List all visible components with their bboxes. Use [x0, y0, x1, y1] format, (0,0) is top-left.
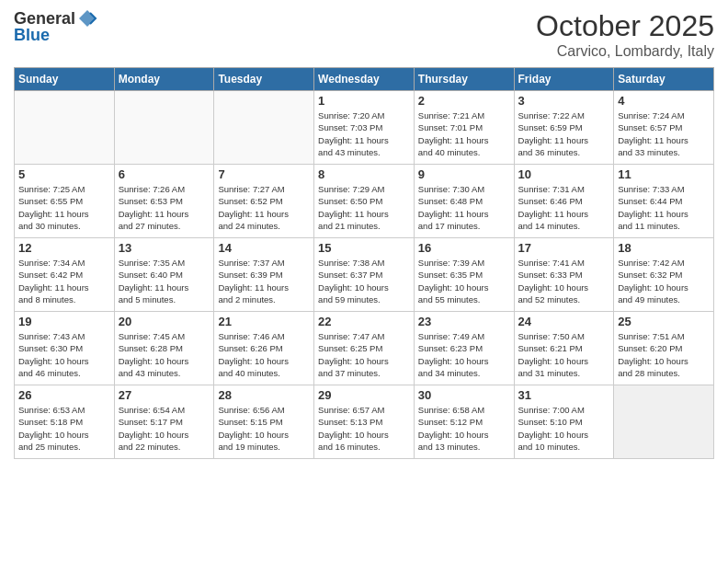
- day-number: 24: [518, 315, 610, 328]
- day-number: 12: [18, 241, 110, 255]
- day-number: 6: [119, 167, 210, 181]
- day-info: Sunrise: 7:46 AMSunset: 6:26 PMDaylight:…: [218, 330, 310, 379]
- calendar-cell: 16Sunrise: 7:39 AMSunset: 6:35 PMDayligh…: [414, 238, 514, 312]
- day-info: Sunrise: 7:33 AMSunset: 6:44 PMDaylight:…: [618, 183, 710, 232]
- weekday-header-tuesday: Tuesday: [214, 68, 314, 91]
- page-container: General Blue October 2025 Carvico, Lomba…: [0, 0, 728, 468]
- day-number: 11: [618, 167, 710, 181]
- day-info: Sunrise: 7:47 AMSunset: 6:25 PMDaylight:…: [318, 330, 410, 379]
- day-info: Sunrise: 7:26 AMSunset: 6:53 PMDaylight:…: [119, 183, 210, 232]
- calendar-cell: 19Sunrise: 7:43 AMSunset: 6:30 PMDayligh…: [15, 312, 115, 385]
- calendar-cell: 18Sunrise: 7:42 AMSunset: 6:32 PMDayligh…: [614, 238, 714, 312]
- calendar-cell: 17Sunrise: 7:41 AMSunset: 6:33 PMDayligh…: [514, 238, 614, 312]
- day-number: 31: [518, 388, 610, 402]
- header: General Blue October 2025 Carvico, Lomba…: [14, 9, 714, 60]
- calendar-cell: 21Sunrise: 7:46 AMSunset: 6:26 PMDayligh…: [214, 312, 314, 385]
- day-info: Sunrise: 6:58 AMSunset: 5:12 PMDaylight:…: [418, 404, 510, 453]
- calendar-cell: 23Sunrise: 7:49 AMSunset: 6:23 PMDayligh…: [414, 312, 514, 385]
- calendar-subtitle: Carvico, Lombardy, Italy: [536, 43, 714, 60]
- calendar-cell: 7Sunrise: 7:27 AMSunset: 6:52 PMDaylight…: [214, 165, 314, 238]
- week-row-3: 12Sunrise: 7:34 AMSunset: 6:42 PMDayligh…: [15, 238, 714, 312]
- day-info: Sunrise: 7:24 AMSunset: 6:57 PMDaylight:…: [618, 109, 710, 158]
- day-number: 21: [218, 315, 310, 328]
- day-number: 14: [218, 241, 310, 255]
- day-info: Sunrise: 7:34 AMSunset: 6:42 PMDaylight:…: [18, 257, 110, 305]
- weekday-header-saturday: Saturday: [614, 68, 714, 91]
- day-number: 17: [518, 241, 610, 255]
- calendar-cell: 6Sunrise: 7:26 AMSunset: 6:53 PMDaylight…: [114, 165, 214, 238]
- weekday-header-thursday: Thursday: [414, 68, 514, 91]
- day-number: 10: [518, 167, 610, 181]
- weekday-header-sunday: Sunday: [15, 68, 115, 91]
- day-info: Sunrise: 7:21 AMSunset: 7:01 PMDaylight:…: [418, 109, 510, 158]
- calendar-cell: 12Sunrise: 7:34 AMSunset: 6:42 PMDayligh…: [15, 238, 115, 312]
- week-row-4: 19Sunrise: 7:43 AMSunset: 6:30 PMDayligh…: [15, 312, 714, 385]
- calendar-cell: 3Sunrise: 7:22 AMSunset: 6:59 PMDaylight…: [514, 91, 614, 165]
- day-info: Sunrise: 7:37 AMSunset: 6:39 PMDaylight:…: [218, 257, 310, 305]
- calendar-cell: 13Sunrise: 7:35 AMSunset: 6:40 PMDayligh…: [114, 238, 214, 312]
- day-number: 4: [618, 94, 710, 108]
- calendar-cell: 8Sunrise: 7:29 AMSunset: 6:50 PMDaylight…: [314, 165, 415, 238]
- day-info: Sunrise: 7:42 AMSunset: 6:32 PMDaylight:…: [618, 257, 710, 305]
- calendar-cell: 10Sunrise: 7:31 AMSunset: 6:46 PMDayligh…: [514, 165, 614, 238]
- week-row-5: 26Sunrise: 6:53 AMSunset: 5:18 PMDayligh…: [15, 385, 714, 459]
- weekday-header-monday: Monday: [114, 68, 214, 91]
- day-number: 2: [418, 94, 510, 108]
- day-number: 23: [418, 315, 510, 328]
- calendar-cell: 11Sunrise: 7:33 AMSunset: 6:44 PMDayligh…: [614, 165, 714, 238]
- day-info: Sunrise: 7:00 AMSunset: 5:10 PMDaylight:…: [518, 404, 610, 453]
- calendar-cell: 1Sunrise: 7:20 AMSunset: 7:03 PMDaylight…: [314, 91, 415, 165]
- day-number: 7: [218, 167, 310, 181]
- calendar-table: SundayMondayTuesdayWednesdayThursdayFrid…: [14, 67, 714, 459]
- day-number: 28: [218, 388, 310, 402]
- day-info: Sunrise: 7:27 AMSunset: 6:52 PMDaylight:…: [218, 183, 310, 232]
- day-info: Sunrise: 6:56 AMSunset: 5:15 PMDaylight:…: [218, 404, 310, 453]
- day-info: Sunrise: 7:51 AMSunset: 6:20 PMDaylight:…: [618, 330, 710, 379]
- calendar-cell: 22Sunrise: 7:47 AMSunset: 6:25 PMDayligh…: [314, 312, 415, 385]
- day-info: Sunrise: 6:53 AMSunset: 5:18 PMDaylight:…: [18, 404, 110, 453]
- day-info: Sunrise: 7:22 AMSunset: 6:59 PMDaylight:…: [518, 109, 610, 158]
- calendar-cell: 28Sunrise: 6:56 AMSunset: 5:15 PMDayligh…: [214, 385, 314, 459]
- week-row-1: 1Sunrise: 7:20 AMSunset: 7:03 PMDaylight…: [15, 91, 714, 165]
- calendar-title: October 2025: [536, 9, 714, 43]
- calendar-cell: [614, 385, 714, 459]
- calendar-cell: 5Sunrise: 7:25 AMSunset: 6:55 PMDaylight…: [15, 165, 115, 238]
- day-info: Sunrise: 7:25 AMSunset: 6:55 PMDaylight:…: [18, 183, 110, 232]
- day-info: Sunrise: 7:31 AMSunset: 6:46 PMDaylight:…: [518, 183, 610, 232]
- day-info: Sunrise: 7:50 AMSunset: 6:21 PMDaylight:…: [518, 330, 610, 379]
- weekday-header-friday: Friday: [514, 68, 614, 91]
- day-number: 15: [318, 241, 410, 255]
- day-number: 19: [18, 315, 110, 328]
- day-info: Sunrise: 6:57 AMSunset: 5:13 PMDaylight:…: [318, 404, 410, 453]
- day-info: Sunrise: 7:49 AMSunset: 6:23 PMDaylight:…: [418, 330, 510, 379]
- calendar-cell: 30Sunrise: 6:58 AMSunset: 5:12 PMDayligh…: [414, 385, 514, 459]
- day-number: 16: [418, 241, 510, 255]
- calendar-cell: 4Sunrise: 7:24 AMSunset: 6:57 PMDaylight…: [614, 91, 714, 165]
- day-number: 27: [119, 388, 210, 402]
- calendar-cell: 14Sunrise: 7:37 AMSunset: 6:39 PMDayligh…: [214, 238, 314, 312]
- day-number: 5: [18, 167, 110, 181]
- day-number: 22: [318, 315, 410, 328]
- calendar-cell: 29Sunrise: 6:57 AMSunset: 5:13 PMDayligh…: [314, 385, 415, 459]
- day-number: 29: [318, 388, 410, 402]
- calendar-cell: 27Sunrise: 6:54 AMSunset: 5:17 PMDayligh…: [114, 385, 214, 459]
- logo-blue: Blue: [14, 26, 97, 45]
- day-number: 1: [318, 94, 410, 108]
- title-block: October 2025 Carvico, Lombardy, Italy: [536, 9, 714, 60]
- calendar-cell: 26Sunrise: 6:53 AMSunset: 5:18 PMDayligh…: [15, 385, 115, 459]
- day-number: 13: [119, 241, 210, 255]
- day-number: 18: [618, 241, 710, 255]
- day-info: Sunrise: 6:54 AMSunset: 5:17 PMDaylight:…: [119, 404, 210, 453]
- day-number: 25: [618, 315, 710, 328]
- day-info: Sunrise: 7:38 AMSunset: 6:37 PMDaylight:…: [318, 257, 410, 305]
- day-number: 3: [518, 94, 610, 108]
- calendar-cell: [15, 91, 115, 165]
- calendar-cell: 25Sunrise: 7:51 AMSunset: 6:20 PMDayligh…: [614, 312, 714, 385]
- day-info: Sunrise: 7:43 AMSunset: 6:30 PMDaylight:…: [18, 330, 110, 379]
- calendar-cell: 9Sunrise: 7:30 AMSunset: 6:48 PMDaylight…: [414, 165, 514, 238]
- day-info: Sunrise: 7:45 AMSunset: 6:28 PMDaylight:…: [119, 330, 210, 379]
- logo-icon: [77, 8, 97, 29]
- day-info: Sunrise: 7:20 AMSunset: 7:03 PMDaylight:…: [318, 109, 410, 158]
- calendar-cell: 20Sunrise: 7:45 AMSunset: 6:28 PMDayligh…: [114, 312, 214, 385]
- day-number: 20: [119, 315, 210, 328]
